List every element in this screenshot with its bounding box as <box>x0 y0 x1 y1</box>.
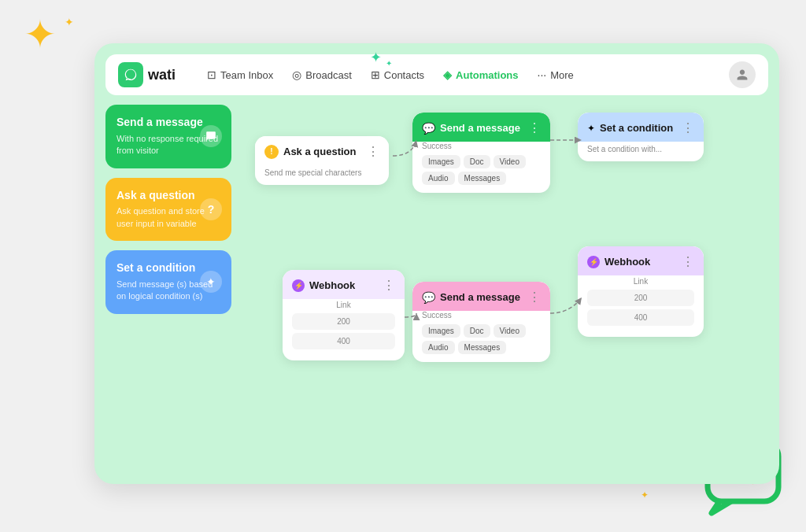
send-message-top-header: 💬 Send a message ⋮ <box>412 113 550 142</box>
canvas-area: Send a message With no response required… <box>105 105 768 475</box>
webhook-right-row-400: 400 <box>587 309 694 326</box>
webhook-left-label: Link <box>292 299 395 313</box>
tag-doc-b: Doc <box>464 324 490 338</box>
tag-images: Images <box>422 155 460 168</box>
ask-question-node-header: ! Ask a question ⋮ <box>255 136 389 165</box>
tag-messages-b: Messages <box>458 341 507 354</box>
webhook-left-icon: ⚡ <box>292 279 305 292</box>
nav-item-automations[interactable]: ◈ Automations <box>435 64 526 86</box>
ask-question-icon: ! <box>264 145 279 159</box>
webhook-right-icon: ⚡ <box>587 256 600 268</box>
send-message-bottom-title-row: 💬 Send a message <box>422 291 520 304</box>
webhook-left-row-200: 200 <box>292 313 395 330</box>
send-message-top-tags: Images Doc Video Audio Messages <box>422 155 541 185</box>
nav-item-more[interactable]: ··· More <box>530 64 582 86</box>
ask-question-menu[interactable]: ⋮ <box>367 144 379 159</box>
ask-question-card-icon: ? <box>200 198 222 220</box>
ask-question-card[interactable]: Ask a question Ask question and store us… <box>105 178 231 242</box>
set-condition-subtext: Set a condition with... <box>578 142 704 161</box>
user-avatar[interactable] <box>729 61 756 88</box>
set-condition-title: Set a condition <box>600 122 673 134</box>
nav-items: ⊡ Team Inbox ◎ Broadcast ⊞ Contacts ◈ Au… <box>199 64 713 86</box>
nav-item-contacts[interactable]: ⊞ Contacts <box>363 64 432 86</box>
send-message-top-title: Send a message <box>440 122 520 134</box>
set-condition-card[interactable]: Set a condition Send message (s) based o… <box>105 250 231 314</box>
sparkle-tl-small: ✦ <box>65 16 74 28</box>
ask-question-title-row: ! Ask a question <box>264 145 356 159</box>
sparkle-top-center: ✦ <box>370 49 382 66</box>
webhook-node-right[interactable]: ⚡ Webhook ⋮ Link 200 400 <box>578 246 704 337</box>
send-message-top-menu[interactable]: ⋮ <box>528 120 541 135</box>
more-icon: ··· <box>538 68 547 81</box>
tag-messages: Messages <box>458 172 507 185</box>
webhook-left-header: ⚡ Webhook ⋮ <box>283 270 405 299</box>
sparkle-top-center2: ✦ <box>386 59 392 68</box>
logo-text: wati <box>148 67 176 83</box>
tag-video: Video <box>494 155 526 168</box>
webhook-left-body: Link 200 400 <box>283 299 405 360</box>
ask-question-node[interactable]: ! Ask a question ⋮ Send me special chara… <box>255 136 389 185</box>
webhook-left-menu[interactable]: ⋮ <box>383 278 395 293</box>
webhook-right-title: Webhook <box>604 256 650 268</box>
webhook-right-title-row: ⚡ Webhook <box>587 256 650 268</box>
send-message-bottom-menu[interactable]: ⋮ <box>528 290 541 305</box>
sparkle-top-left: ✦ <box>24 12 57 57</box>
logo-area: wati <box>118 62 176 87</box>
nav-item-team-inbox[interactable]: ⊡ Team Inbox <box>199 64 281 86</box>
logo-icon <box>118 62 143 87</box>
tag-audio: Audio <box>422 172 455 185</box>
send-message-card[interactable]: Send a message With no response required… <box>105 105 231 168</box>
ask-question-subtext: Send me special characters <box>255 165 389 185</box>
send-message-bottom-icon: 💬 <box>422 291 435 304</box>
webhook-right-label: Link <box>587 275 694 290</box>
send-message-top-label: Success <box>422 142 541 150</box>
webhook-right-menu[interactable]: ⋮ <box>682 254 694 269</box>
left-sidebar-cards: Send a message With no response required… <box>105 105 231 314</box>
webhook-right-header: ⚡ Webhook ⋮ <box>578 246 704 275</box>
set-condition-card-icon: ✦ <box>200 271 222 293</box>
send-message-bottom-body: Success Images Doc Video Audio Messages <box>412 311 550 362</box>
broadcast-icon: ◎ <box>292 68 301 81</box>
set-condition-title-row: ✦ Set a condition <box>587 122 673 134</box>
set-condition-menu[interactable]: ⋮ <box>682 120 694 135</box>
tag-video-b: Video <box>494 324 526 338</box>
webhook-node-left[interactable]: ⚡ Webhook ⋮ Link 200 400 <box>283 270 405 360</box>
inbox-icon: ⊡ <box>207 68 216 81</box>
send-message-top-icon: 💬 <box>422 122 435 135</box>
webhook-left-title: Webhook <box>309 279 355 291</box>
set-condition-icon: ✦ <box>587 123 595 134</box>
webhook-left-title-row: ⚡ Webhook <box>292 279 355 292</box>
sparkle-bottom-yellow: ✦ <box>641 490 649 501</box>
webhook-left-row-400: 400 <box>292 333 395 349</box>
nav-item-broadcast[interactable]: ◎ Broadcast <box>284 64 360 86</box>
tag-doc: Doc <box>464 155 490 168</box>
send-message-top-body: Success Images Doc Video Audio Messages <box>412 142 550 193</box>
nav-bar: wati ⊡ Team Inbox ◎ Broadcast ⊞ Contacts… <box>105 54 768 95</box>
send-message-node-top[interactable]: 💬 Send a message ⋮ Success Images Doc Vi… <box>412 113 550 193</box>
send-message-node-bottom[interactable]: 💬 Send a message ⋮ Success Images Doc Vi… <box>412 282 550 362</box>
webhook-right-body: Link 200 400 <box>578 275 704 337</box>
automations-icon: ◈ <box>443 68 452 81</box>
contacts-icon: ⊞ <box>371 68 380 81</box>
webhook-right-row-200: 200 <box>587 290 694 306</box>
send-message-card-icon <box>200 125 222 147</box>
tag-images-b: Images <box>422 324 460 338</box>
send-message-bottom-title: Send a message <box>440 291 520 303</box>
browser-frame: wati ⊡ Team Inbox ◎ Broadcast ⊞ Contacts… <box>94 43 779 484</box>
ask-question-node-title: Ask a question <box>283 146 356 157</box>
set-condition-header: ✦ Set a condition ⋮ <box>578 113 704 142</box>
send-message-bottom-label: Success <box>422 311 541 320</box>
set-condition-node[interactable]: ✦ Set a condition ⋮ Set a condition with… <box>578 113 704 161</box>
tag-audio-b: Audio <box>422 341 455 354</box>
send-message-bottom-tags: Images Doc Video Audio Messages <box>422 324 541 354</box>
send-message-bottom-header: 💬 Send a message ⋮ <box>412 282 550 311</box>
send-message-top-title-row: 💬 Send a message <box>422 122 520 135</box>
